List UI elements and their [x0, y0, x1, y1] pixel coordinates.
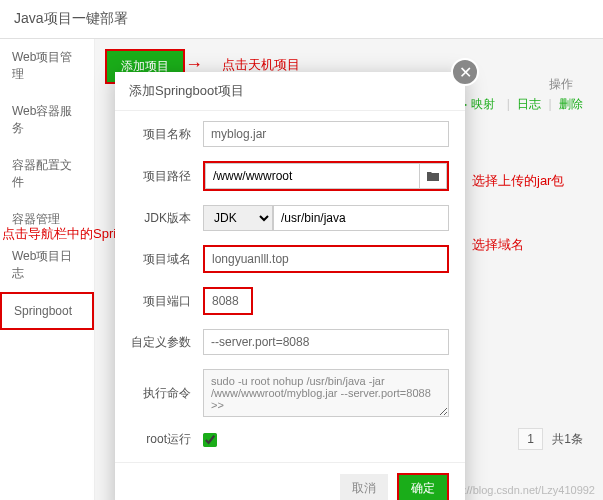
confirm-button[interactable]: 确定 [397, 473, 449, 500]
separator: | [507, 97, 510, 111]
label-root: root运行 [131, 431, 191, 448]
pager: 1 共1条 [518, 428, 583, 450]
label-custom: 自定义参数 [131, 334, 191, 351]
ops-row: 映射 | 日志 | 删除 [458, 96, 583, 113]
op-delete-link[interactable]: 删除 [559, 97, 583, 111]
label-domain: 项目域名 [131, 251, 191, 268]
separator: | [549, 97, 552, 111]
custom-args-input[interactable] [203, 329, 449, 355]
jdk-select[interactable]: JDK [203, 205, 273, 231]
label-port: 项目端口 [131, 293, 191, 310]
label-name: 项目名称 [131, 126, 191, 143]
cancel-button[interactable]: 取消 [340, 474, 388, 500]
exec-cmd-textarea[interactable]: sudo -u root nohup /usr/bin/java -jar /w… [203, 369, 449, 417]
jdk-path-input[interactable] [273, 205, 449, 231]
page-number[interactable]: 1 [518, 428, 543, 450]
sidebar-item-container-config[interactable]: 容器配置文件 [0, 147, 94, 201]
page-total: 共1条 [552, 432, 583, 446]
root-run-checkbox[interactable] [203, 433, 217, 447]
sidebar-item-web-log[interactable]: Web项目日志 [0, 238, 94, 292]
sidebar-item-springboot[interactable]: Springboot [0, 292, 94, 330]
project-domain-input[interactable] [203, 245, 449, 273]
page-title: Java项目一键部署 [0, 0, 603, 39]
sidebar: Web项目管理 Web容器服务 容器配置文件 容器管理 Web项目日志 Spri… [0, 39, 95, 500]
project-path-input[interactable] [205, 163, 419, 189]
label-jdk: JDK版本 [131, 210, 191, 227]
ops-column-header: 操作 [549, 76, 573, 93]
label-path: 项目路径 [131, 168, 191, 185]
annotation-jar: 选择上传的jar包 [472, 172, 564, 190]
modal: ✕ 添加Springboot项目 项目名称 项目路径 JDK版本 JDK [115, 72, 465, 500]
modal-title: 添加Springboot项目 [115, 72, 465, 111]
sidebar-item-web-project[interactable]: Web项目管理 [0, 39, 94, 93]
folder-icon[interactable] [419, 163, 447, 189]
close-icon[interactable]: ✕ [451, 58, 479, 86]
annotation-domain: 选择域名 [472, 236, 524, 254]
project-port-input[interactable] [203, 287, 253, 315]
sidebar-item-web-container[interactable]: Web容器服务 [0, 93, 94, 147]
project-name-input[interactable] [203, 121, 449, 147]
op-log-link[interactable]: 日志 [517, 97, 541, 111]
label-cmd: 执行命令 [131, 385, 191, 402]
